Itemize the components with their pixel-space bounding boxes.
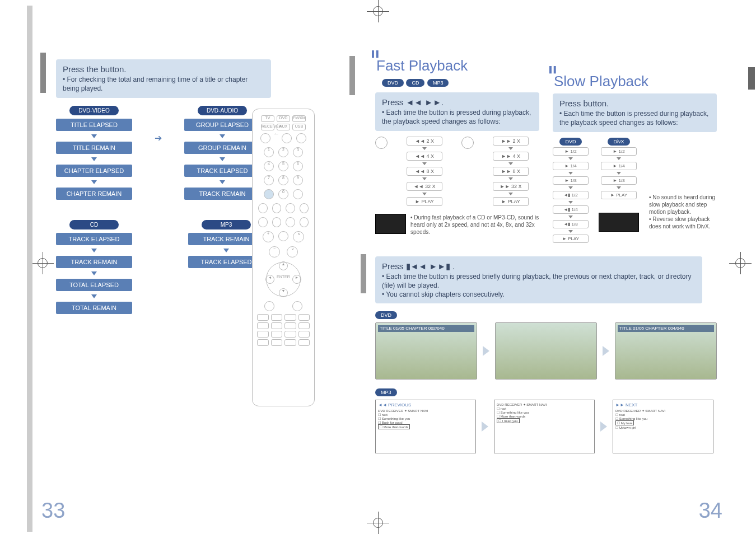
page-right: ▌▌ Fast Playback DVD CD MP3 Press ◄◄ ►►.… (353, 0, 756, 534)
flow-node: TRACK ELAPSED (184, 165, 260, 177)
dvd-video-flow: DVD-VIDEO TITLE ELAPSED TITLE REMAIN CHA… (56, 106, 132, 200)
speed-step: ► PLAY (493, 197, 529, 206)
fast-fwd-col: ►► 2 X ►► 4 X ►► 8 X ►► 32 X ► PLAY (493, 137, 529, 206)
enter-label: ENTER (277, 275, 290, 279)
page-number: 34 (699, 499, 722, 523)
mp3-screenshot: DVD RECEIVER ✦ SMART NAVI ☐ root ☐ Somet… (494, 400, 595, 453)
osd-bar: TITLE 01/05 CHAPTER 002/040 (378, 325, 474, 332)
list-item-selected: ☐ More than words (378, 424, 410, 429)
speed-step: ◄▮ 1/4 (553, 205, 589, 214)
dvd-badge: DVD (382, 79, 404, 87)
flow-node: TRACK REMAIN (184, 188, 260, 200)
mp3-chapter-row: ◄◄ PREVIOUS DVD RECEIVER ✦ SMART NAVI ☐ … (375, 400, 717, 453)
fast-title: Fast Playback (376, 57, 539, 74)
speed-step: ► 1/2 (553, 147, 589, 156)
speed-step: ►► 8 X (493, 167, 529, 176)
slow-notes: • No sound is heard during slow playback… (649, 194, 717, 243)
arrow-right-icon (600, 421, 607, 432)
ch-down-icon: ∨ (287, 246, 298, 257)
list-item: ☐ More than words (497, 414, 592, 418)
list-item-selected: ☐ My love (615, 420, 634, 425)
arrow-right-icon (482, 421, 488, 432)
press-box-left: Press the button. • For checking the tot… (56, 59, 271, 98)
press-title: Press the button. (63, 64, 264, 75)
note-tv-icon (599, 213, 639, 232)
side-tab-right (748, 67, 755, 90)
arrow-down-icon (220, 134, 225, 138)
speed-step: ◄◄ 4 X (407, 152, 442, 161)
speed-step: ►► 4 X (493, 152, 529, 161)
dvd-video-pill: DVD-VIDEO (69, 106, 119, 115)
remote-key: USB (292, 124, 306, 130)
slow-press: Press button. (559, 98, 710, 109)
speed-step: ►► 32 X (493, 182, 529, 191)
mp3-hdr: ►► NEXT (615, 402, 711, 407)
arrow-down-icon (91, 294, 97, 298)
arrow-down-icon (91, 271, 97, 275)
osd-bar: TITLE 01/05 CHAPTER 004/040 (618, 325, 714, 332)
arrow-down-icon (220, 180, 225, 184)
forward-button-icon (461, 137, 474, 149)
next-icon (300, 203, 309, 213)
rewind-button-icon (375, 137, 388, 149)
speed-step: ► 1/4 (601, 162, 637, 170)
mp3-list-title: DVD RECEIVER ✦ SMART NAVI (497, 402, 592, 406)
mp3-pill: MP3 (202, 220, 251, 229)
speed-step: ◄▮ 1/8 (553, 220, 589, 228)
flow-node: TOTAL REMAIN (56, 302, 132, 314)
section-accent (349, 56, 355, 95)
cancel-key (293, 189, 303, 199)
flow-node: GROUP ELAPSED (184, 119, 260, 131)
flow-node: TITLE REMAIN (56, 142, 132, 154)
slow-divx-col: DivX ► 1/2 ► 1/4 ► 1/8 ► PLAY (599, 138, 639, 243)
pause-icon (286, 217, 295, 227)
mp3-root: ☐ root (378, 413, 473, 416)
flow-node: CHAPTER REMAIN (56, 188, 132, 200)
mp3-root: ☐ root (497, 406, 592, 410)
power-icon (260, 133, 270, 143)
mp3-pill: MP3 (375, 388, 397, 396)
flow-arrow-icon: ➔ (155, 133, 162, 143)
list-item: ☐ Something like you (378, 416, 473, 420)
speed-step: ► PLAY (407, 197, 442, 206)
fast-press: Press ◄◄ ►►. (382, 97, 533, 108)
remote-key: DVD (277, 115, 290, 122)
remain-key (264, 189, 274, 199)
page-number: 33 (41, 499, 65, 523)
flow-node: TITLE ELAPSED (56, 119, 132, 131)
screenshot-thumb: TITLE 01/05 CHAPTER 002/040 (375, 322, 477, 380)
ffwd-icon (300, 217, 309, 227)
list-item: ☐ Back for good (378, 420, 473, 424)
speed-step: ► 1/4 (553, 162, 589, 170)
arrow-down-icon (91, 180, 97, 184)
speed-step: ►► 2 X (493, 137, 529, 146)
vol-up-icon: + (263, 231, 274, 242)
mp3-hdr: ◄◄ PREVIOUS (378, 402, 473, 407)
arrow-down-icon (223, 249, 229, 252)
note-tv-icon (375, 214, 406, 234)
dvd-audio-pill: DVD-AUDIO (198, 106, 247, 115)
speed-step: ► PLAY (553, 235, 589, 243)
slow-dvd-col: DVD ► 1/2 ► 1/4 ► 1/8 ◄▮ 1/2 ◄▮ 1/4 ◄▮ 1… (553, 138, 589, 243)
arrow-right-icon (603, 346, 609, 356)
slow-note-2: • Reverse slow playback does not work wi… (649, 216, 717, 230)
mp3-list-title: DVD RECEIVER ✦ SMART NAVI (615, 409, 711, 413)
skip-line-2: • You cannot skip chapters consecutively… (382, 290, 696, 299)
screenshot-thumb: TITLE 01/05 CHAPTER 004/040 (615, 322, 717, 380)
press-desc: • For checking the total and remaining t… (63, 75, 264, 93)
prev-icon (258, 203, 268, 213)
eject-icon (282, 133, 292, 143)
remote-key: RECEIVER (261, 124, 274, 130)
speed-step: ◄▮ 1/2 (553, 191, 589, 199)
arrow-down-icon (91, 249, 97, 252)
stop-icon (272, 217, 282, 227)
flow-node: GROUP REMAIN (184, 142, 260, 154)
slow-playback-section: ▌▌ Slow Playback Press button. • Each ti… (553, 50, 717, 243)
mute-icon (278, 231, 288, 241)
dvd-audio-flow: DVD-AUDIO GROUP ELAPSED GROUP REMAIN TRA… (184, 106, 260, 200)
dvd-chapter-row: TITLE 01/05 CHAPTER 002/040 TITLE 01/05 … (375, 322, 717, 380)
speed-step: ◄◄ 2 X (407, 137, 442, 146)
mp3-screenshot: ►► NEXT DVD RECEIVER ✦ SMART NAVI ☐ root… (613, 400, 713, 453)
slow-note-1: • No sound is heard during slow playback… (649, 194, 717, 216)
skip-press: Press ▮◄◄ ►►▮ . (382, 261, 696, 272)
